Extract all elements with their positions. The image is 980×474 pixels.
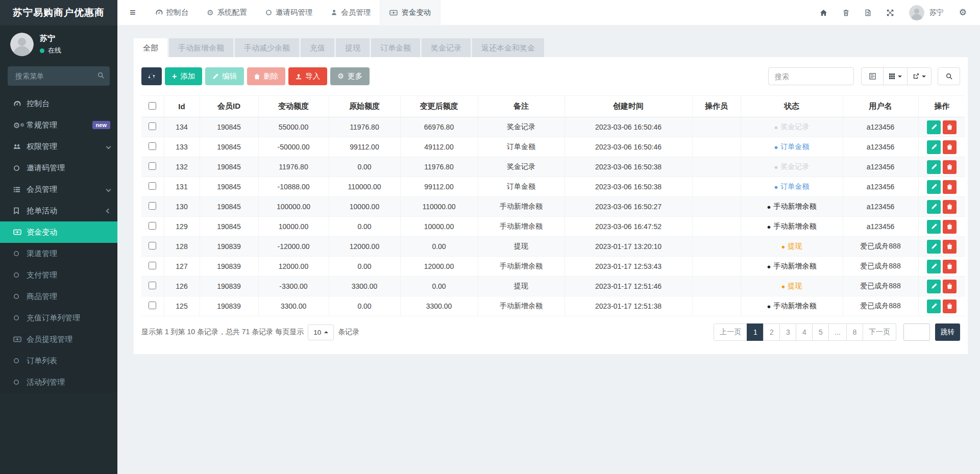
row-edit-button[interactable] [927,140,941,154]
add-button[interactable]: +添加 [165,67,202,85]
row-delete-button[interactable] [943,120,957,134]
paging-view-button[interactable] [861,67,884,85]
topnav-item[interactable]: 资金变动 [380,0,440,26]
pagination-page-1[interactable]: 1 [747,323,764,341]
import-button[interactable]: 导入 [288,67,327,85]
row-checkbox[interactable] [149,182,156,190]
row-delete-button[interactable] [943,200,957,214]
tab-提现[interactable]: 提现 [336,38,370,57]
pagination-page-2[interactable]: 2 [763,323,780,341]
sidebar-item[interactable]: 邀请码管理 [0,157,117,179]
sidebar-item[interactable]: 支付管理 [0,264,117,286]
topnav-item[interactable]: 邀请码管理 [256,0,322,26]
pagination-page-4[interactable]: 4 [796,323,813,341]
tab-返还本金和奖金[interactable]: 返还本金和奖金 [472,38,544,57]
topnav-item[interactable]: 控制台 [146,0,198,26]
row-edit-button[interactable] [927,280,941,293]
row-checkbox[interactable] [149,162,156,170]
trash-icon[interactable] [843,9,849,16]
row-checkbox[interactable] [149,242,156,250]
row-delete-button[interactable] [943,260,957,273]
row-delete-button[interactable] [943,280,957,293]
row-checkbox[interactable] [149,142,156,150]
row-edit-button[interactable] [927,260,941,273]
row-edit-button[interactable] [927,240,941,254]
tab-奖金记录[interactable]: 奖金记录 [422,38,471,57]
row-checkbox[interactable] [149,282,156,289]
row-edit-button[interactable] [927,180,941,194]
sidebar-item[interactable]: 商品管理 [0,286,117,307]
row-edit-button[interactable] [927,200,941,214]
jump-button[interactable]: 跳转 [935,323,960,341]
cache-refresh-icon[interactable] [865,9,871,16]
topbar-user-menu[interactable]: 苏宁 [909,5,944,20]
row-edit-button[interactable] [927,120,941,134]
sidebar-item[interactable]: 渠道管理 [0,243,117,264]
row-delete-button[interactable] [943,160,957,174]
hamburger-menu-button[interactable]: ≡ [117,7,146,18]
row-checkbox[interactable] [149,302,156,309]
pagination-page-8[interactable]: 8 [846,323,863,341]
edit-button[interactable]: 编辑 [205,67,244,85]
row-checkbox[interactable] [149,122,156,130]
tab-充值[interactable]: 充值 [301,38,334,57]
sidebar-item[interactable]: 会员提现管理 [0,329,117,350]
table-search-input[interactable] [768,67,854,85]
sidebar-item[interactable]: 控制台 [0,93,117,114]
export-button[interactable] [907,67,932,85]
row-delete-button[interactable] [943,220,957,234]
tab-订单金额[interactable]: 订单金额 [371,38,420,57]
cell-change-amount: -3300.00 [258,277,329,296]
table-header-row: Id会员ID变动额度原始额度变更后额度备注创建时间操作员状态用户名操作 [141,96,965,117]
home-icon[interactable] [820,9,827,16]
row-delete-button[interactable] [943,180,957,194]
fullscreen-icon[interactable] [887,9,894,16]
row-delete-button[interactable] [943,140,957,154]
select-all-checkbox[interactable] [149,102,156,110]
cogs-icon: ⚙⚙ [13,121,27,129]
jump-page-input[interactable] [903,323,930,341]
delete-button[interactable]: 删除 [247,67,285,85]
status-badge: ●奖金记录 [774,122,810,132]
cell-change-amount: -50000.00 [258,137,329,157]
row-delete-button[interactable] [943,240,957,254]
menu-search-input[interactable] [8,66,110,86]
sidebar-item[interactable]: 充值订单列管理 [0,307,117,329]
topnav-item[interactable]: 会员管理 [322,0,380,26]
sidebar-item[interactable]: 权限管理 [0,136,117,157]
settings-cogs-icon[interactable]: ⚙ [959,8,967,17]
caret-down-icon [922,76,926,78]
columns-button[interactable] [883,67,908,85]
topnav-item[interactable]: ⚙系统配置 [198,0,256,26]
more-button[interactable]: ⚙更多 [330,67,370,85]
trash-icon [254,73,260,80]
pagination-page-5[interactable]: 5 [812,323,829,341]
gauge-icon [155,9,163,16]
cell-original-amount: 11976.80 [329,117,400,137]
refresh-button[interactable] [141,67,162,85]
sidebar-item[interactable]: 活动列管理 [0,371,117,393]
table-footer: 显示第 1 到第 10 条记录，总共 71 条记录 每页显示 10 条记录 上一… [141,323,960,341]
sidebar-item[interactable]: ⚙⚙常规管理new [0,114,117,136]
sidebar-item[interactable]: 订单列表 [0,350,117,371]
sidebar-item[interactable]: 抢单活动 [0,200,117,221]
pagination-page-3[interactable]: 3 [779,323,796,341]
search-submit-button[interactable] [938,67,960,85]
tab-全部[interactable]: 全部 [134,38,167,57]
sidebar-item[interactable]: 资金变动 [0,221,117,243]
pagination-next[interactable]: 下一页 [863,323,896,341]
tab-手动新增余额[interactable]: 手动新增余额 [169,38,233,57]
row-checkbox[interactable] [149,262,156,269]
row-edit-button[interactable] [927,220,941,234]
cell-original-amount: 0.00 [329,217,400,237]
sidebar-item[interactable]: 会员管理 [0,179,117,200]
tab-手动减少余额[interactable]: 手动减少余额 [235,38,299,57]
row-delete-button[interactable] [943,300,957,313]
row-checkbox[interactable] [149,202,156,210]
gear-icon: ⚙ [337,72,344,80]
row-checkbox[interactable] [149,222,156,230]
page-size-select[interactable]: 10 [308,325,334,340]
pagination-prev[interactable]: 上一页 [714,323,747,341]
row-edit-button[interactable] [927,160,941,174]
row-edit-button[interactable] [927,300,941,313]
